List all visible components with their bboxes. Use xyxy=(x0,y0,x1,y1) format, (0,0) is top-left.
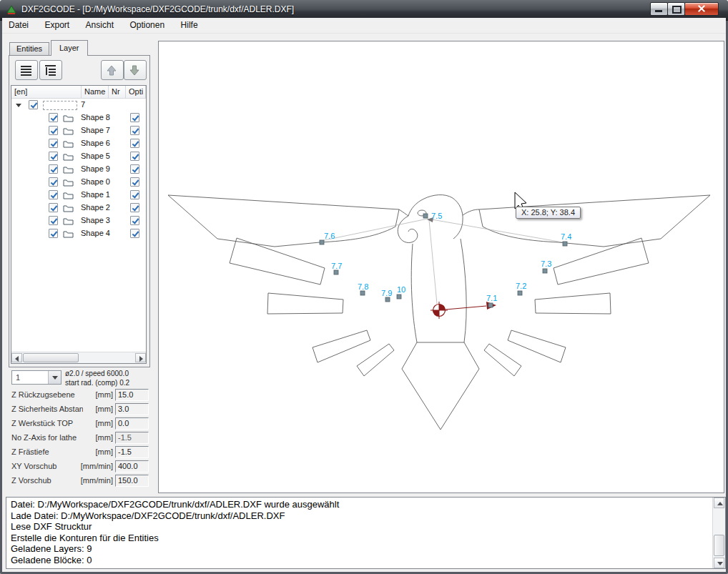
tree-row-shape[interactable]: Shape 1 xyxy=(11,189,146,202)
message-log[interactable]: Datei: D:/MyWorkspace/DXF2GCODE/trunk/dx… xyxy=(6,497,726,569)
tree-hscrollbar[interactable] xyxy=(11,352,146,363)
arrow-up-icon xyxy=(717,502,723,505)
no-z-axis-field[interactable]: -1.5 xyxy=(115,432,149,444)
shape-label: Shape 5 xyxy=(81,152,110,160)
marker-label: 7.1 xyxy=(486,294,497,302)
tree-row-layer[interactable]: 7 xyxy=(11,99,146,112)
move-up-button[interactable] xyxy=(101,60,124,80)
tab-layer[interactable]: Layer xyxy=(51,40,88,56)
scroll-down-button[interactable] xyxy=(714,558,724,568)
tree-row-shape[interactable]: Shape 6 xyxy=(11,137,146,150)
close-button[interactable] xyxy=(684,2,719,16)
tree-header-name[interactable]: Name xyxy=(82,86,109,99)
z-feed-field[interactable]: 150.0 xyxy=(115,475,149,487)
shape-checkbox[interactable] xyxy=(49,177,58,187)
shape-checkbox[interactable] xyxy=(49,190,58,199)
menu-datei[interactable]: Datei xyxy=(2,18,35,33)
menu-hilfe[interactable]: Hilfe xyxy=(174,18,205,33)
expander-icon[interactable] xyxy=(16,104,21,107)
scroll-up-button[interactable] xyxy=(714,498,724,508)
tree-row-shape[interactable]: Shape 3 xyxy=(11,214,146,227)
expand-all-button[interactable] xyxy=(15,60,38,80)
tree-body: 7 Shape 8 Shape 7 Shape 6 xyxy=(11,99,146,352)
z-retract-field[interactable]: 15.0 xyxy=(115,389,149,401)
tree-header-opti[interactable]: Opti xyxy=(126,86,146,99)
shape-checkbox[interactable] xyxy=(49,203,58,212)
menu-ansicht[interactable]: Ansicht xyxy=(79,18,120,33)
menu-export[interactable]: Export xyxy=(38,18,76,33)
layer-tree[interactable]: [en] Name Nr Opti 7 Shape 8 xyxy=(11,85,147,364)
menu-optionen[interactable]: Optionen xyxy=(123,18,171,33)
shape-checkbox[interactable] xyxy=(49,164,58,174)
hscroll-thumb[interactable] xyxy=(23,353,79,362)
opti-checkbox[interactable] xyxy=(130,152,139,161)
opti-checkbox[interactable] xyxy=(130,177,139,187)
tab-entities[interactable]: Entities xyxy=(9,42,49,55)
opti-checkbox[interactable] xyxy=(130,113,139,122)
move-down-button[interactable] xyxy=(124,60,147,80)
tree-row-shape[interactable]: Shape 5 xyxy=(11,150,146,163)
marker-label: 7.7 xyxy=(331,262,342,270)
shape-checkbox[interactable] xyxy=(49,126,58,135)
shape-label: Shape 9 xyxy=(81,164,110,173)
point-marker xyxy=(320,240,324,244)
scroll-right-button[interactable] xyxy=(135,353,146,362)
log-vscrollbar[interactable] xyxy=(712,498,725,568)
z-safety-field[interactable]: 3.0 xyxy=(115,403,149,415)
shape-label: Shape 6 xyxy=(81,139,110,147)
param-label: Z Frästiefe xyxy=(11,447,83,456)
opti-checkbox[interactable] xyxy=(130,139,139,148)
xy-feed-field[interactable]: 400.0 xyxy=(115,460,149,472)
tree-header-en[interactable]: [en] xyxy=(11,86,82,99)
opti-checkbox[interactable] xyxy=(130,164,139,174)
scroll-left-button[interactable] xyxy=(11,353,22,362)
opti-checkbox[interactable] xyxy=(130,126,139,135)
shape-checkbox[interactable] xyxy=(49,229,58,238)
opti-checkbox[interactable] xyxy=(130,190,139,199)
tree-row-shape[interactable]: Shape 9 xyxy=(11,163,146,176)
maximize-button[interactable] xyxy=(667,2,685,16)
shape-label: Shape 4 xyxy=(81,229,110,237)
opti-checkbox[interactable] xyxy=(130,216,139,225)
collapse-tree-button[interactable] xyxy=(39,60,62,80)
vscroll-thumb[interactable] xyxy=(714,535,724,556)
coordinate-tooltip: X: 25.8; Y: 38.4 xyxy=(516,207,581,219)
shape-label: Shape 1 xyxy=(81,190,110,199)
z-mill-depth-field[interactable]: -1.5 xyxy=(115,446,149,458)
z-workpiece-top-field[interactable]: 0.0 xyxy=(115,417,149,430)
shape-checkbox[interactable] xyxy=(49,152,58,161)
marker-label: 7.6 xyxy=(324,232,335,240)
tool-select[interactable]: 1 xyxy=(11,370,62,385)
arrow-down-icon xyxy=(129,64,141,76)
drawing-canvas[interactable]: 7.5 7.6 7.7 7.8 7.9 10 7.1 7.2 7.3 7.4 xyxy=(158,41,724,493)
chevron-down-icon xyxy=(52,376,58,380)
tree-row-shape[interactable]: Shape 4 xyxy=(11,227,146,240)
tree-row-shape[interactable]: Shape 0 xyxy=(11,176,146,189)
tree-row-shape[interactable]: Shape 8 xyxy=(11,112,146,124)
param-unit: [mm] xyxy=(76,433,113,442)
folder-icon xyxy=(63,229,74,242)
shape-label: Shape 8 xyxy=(81,113,110,122)
minimize-icon xyxy=(655,10,662,12)
app-icon xyxy=(6,4,17,16)
shape-checkbox[interactable] xyxy=(49,216,58,225)
shape-checkbox[interactable] xyxy=(49,139,58,148)
tree-row-shape[interactable]: Shape 2 xyxy=(11,202,146,214)
combo-arrow[interactable] xyxy=(48,371,61,384)
maximize-icon xyxy=(672,6,682,14)
param-label: Z Vorschub xyxy=(11,476,83,485)
opti-checkbox[interactable] xyxy=(130,229,139,238)
tree-header-nr[interactable]: Nr xyxy=(109,86,126,99)
opti-checkbox[interactable] xyxy=(130,203,139,212)
param-label: Z Werkstück TOP xyxy=(11,419,83,427)
marker-label: 7.8 xyxy=(358,282,368,291)
shape-checkbox[interactable] xyxy=(49,113,58,122)
shape-label: Shape 7 xyxy=(81,126,110,134)
tree-row-shape[interactable]: Shape 7 xyxy=(11,124,146,137)
minimize-button[interactable] xyxy=(650,2,668,16)
param-label: No Z-Axis for lathe xyxy=(11,433,83,442)
layer-checkbox[interactable] xyxy=(29,100,38,109)
log-line: Geladene Layers: 9 xyxy=(11,543,711,555)
dxf-drawing: 7.5 7.6 7.7 7.8 7.9 10 7.1 7.2 7.3 7.4 xyxy=(159,41,724,493)
marker-label: 7.9 xyxy=(381,289,392,297)
